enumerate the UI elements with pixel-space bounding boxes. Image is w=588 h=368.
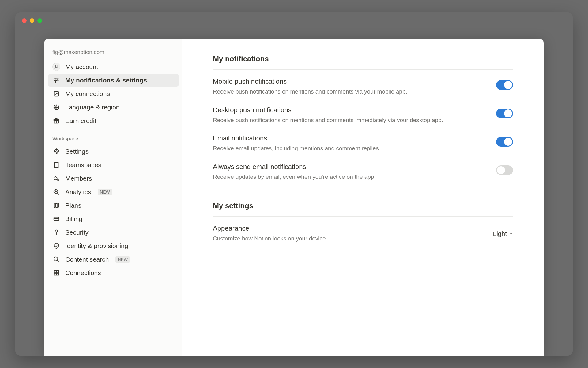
magnify-plus-icon (52, 188, 60, 196)
sidebar-item-label: Connections (65, 269, 101, 277)
sidebar-item-notifications-settings[interactable]: My notifications & settings (48, 74, 179, 87)
svg-point-6 (55, 82, 56, 83)
sidebar-item-my-connections[interactable]: My connections (48, 87, 179, 100)
avatar-icon (52, 63, 60, 71)
credit-card-icon (52, 215, 60, 223)
setting-label: Always send email notifications (213, 163, 484, 171)
sidebar-item-my-account[interactable]: My account (48, 60, 179, 73)
sidebar-item-plans[interactable]: Plans (48, 199, 179, 212)
sidebar-workspace-header: Workspace (48, 128, 179, 145)
new-badge: NEW (115, 256, 130, 263)
sidebar-item-label: Analytics (65, 188, 91, 196)
sliders-icon (52, 76, 60, 84)
sidebar-item-settings[interactable]: Settings (48, 145, 179, 158)
new-badge: NEW (98, 189, 112, 195)
setting-label: Email notifications (213, 134, 484, 142)
sidebar-item-label: Identity & provisioning (65, 242, 128, 250)
setting-label: Mobile push notifications (213, 78, 484, 86)
setting-description: Receive email updates, including mention… (213, 144, 484, 153)
toggle-email-notifications[interactable] (496, 137, 513, 147)
setting-label: Desktop push notifications (213, 106, 484, 114)
maximize-window-button[interactable] (37, 18, 42, 23)
sidebar-item-label: Members (65, 175, 92, 182)
gift-icon (52, 117, 60, 125)
sidebar-item-members[interactable]: Members (48, 172, 179, 185)
svg-line-25 (57, 193, 59, 195)
settings-sidebar: fig@makenotion.com My account My notific… (44, 39, 182, 356)
sidebar-item-identity-provisioning[interactable]: Identity & provisioning (48, 240, 179, 252)
sidebar-item-label: Plans (65, 202, 81, 209)
sidebar-item-teamspaces[interactable]: Teamspaces (48, 159, 179, 171)
svg-rect-35 (54, 273, 56, 275)
users-icon (52, 174, 60, 182)
svg-point-30 (55, 230, 57, 232)
grid-icon (52, 269, 60, 277)
setting-appearance: Appearance Customize how Notion looks on… (213, 217, 513, 245)
close-window-button[interactable] (22, 18, 27, 23)
settings-content: My notifications Mobile push notificatio… (182, 39, 544, 356)
svg-point-31 (54, 257, 58, 261)
sidebar-item-label: My notifications & settings (65, 77, 147, 84)
toggle-desktop-push[interactable] (496, 109, 513, 118)
svg-rect-33 (54, 271, 56, 273)
notifications-section-title: My notifications (213, 55, 513, 70)
key-icon (52, 228, 60, 236)
svg-point-20 (55, 177, 57, 178)
svg-point-0 (55, 65, 57, 67)
app-window: fig@makenotion.com My account My notific… (15, 12, 573, 356)
sidebar-item-security[interactable]: Security (48, 226, 179, 239)
svg-line-32 (57, 260, 59, 262)
setting-label: Appearance (213, 224, 481, 232)
sidebar-item-label: Teamspaces (65, 161, 101, 169)
sidebar-item-language-region[interactable]: Language & region (48, 101, 179, 114)
external-link-icon (52, 90, 60, 98)
sidebar-item-analytics[interactable]: Analytics NEW (48, 186, 179, 198)
setting-always-email: Always send email notifications Receive … (213, 155, 513, 183)
sidebar-email: fig@makenotion.com (48, 47, 179, 60)
svg-rect-34 (57, 271, 58, 273)
sidebar-item-label: Security (65, 229, 89, 236)
setting-email-notifications: Email notifications Receive email update… (213, 126, 513, 155)
sidebar-item-content-search[interactable]: Content search NEW (48, 253, 179, 266)
toggle-always-email[interactable] (496, 165, 513, 175)
appearance-dropdown[interactable]: Light (493, 230, 513, 237)
setting-description: Receive updates by email, even when you'… (213, 173, 484, 182)
svg-rect-13 (55, 163, 58, 168)
settings-modal: fig@makenotion.com My account My notific… (44, 39, 544, 356)
shield-check-icon (52, 242, 60, 250)
sidebar-item-label: My account (65, 63, 98, 71)
sidebar-item-label: Content search (65, 256, 109, 263)
globe-icon (52, 103, 60, 111)
search-icon (52, 255, 60, 263)
chevron-down-icon (509, 230, 513, 237)
sidebar-item-label: Language & region (65, 104, 120, 111)
map-icon (52, 201, 60, 209)
svg-point-4 (55, 78, 56, 79)
gear-icon (52, 148, 60, 155)
svg-point-21 (57, 177, 58, 178)
building-icon (52, 161, 60, 169)
setting-description: Customize how Notion looks on your devic… (213, 234, 481, 243)
window-controls (22, 18, 42, 23)
svg-rect-28 (54, 217, 59, 221)
sidebar-item-label: Billing (65, 215, 82, 223)
svg-point-12 (55, 151, 57, 152)
sidebar-item-earn-credit[interactable]: Earn credit (48, 114, 179, 127)
setting-description: Receive push notifications on mentions a… (213, 87, 484, 96)
sidebar-item-label: Earn credit (65, 117, 96, 125)
sidebar-item-label: My connections (65, 90, 110, 98)
setting-mobile-push: Mobile push notifications Receive push n… (213, 70, 513, 98)
sidebar-item-connections[interactable]: Connections (48, 266, 179, 279)
minimize-window-button[interactable] (30, 18, 34, 23)
appearance-value: Light (493, 230, 507, 237)
setting-desktop-push: Desktop push notifications Receive push … (213, 98, 513, 127)
svg-rect-36 (57, 273, 58, 275)
svg-point-5 (57, 80, 58, 81)
sidebar-item-billing[interactable]: Billing (48, 213, 179, 225)
sidebar-item-label: Settings (65, 148, 89, 155)
toggle-mobile-push[interactable] (496, 80, 513, 90)
setting-description: Receive push notifications on mentions a… (213, 116, 484, 125)
settings-section-title: My settings (213, 201, 513, 217)
